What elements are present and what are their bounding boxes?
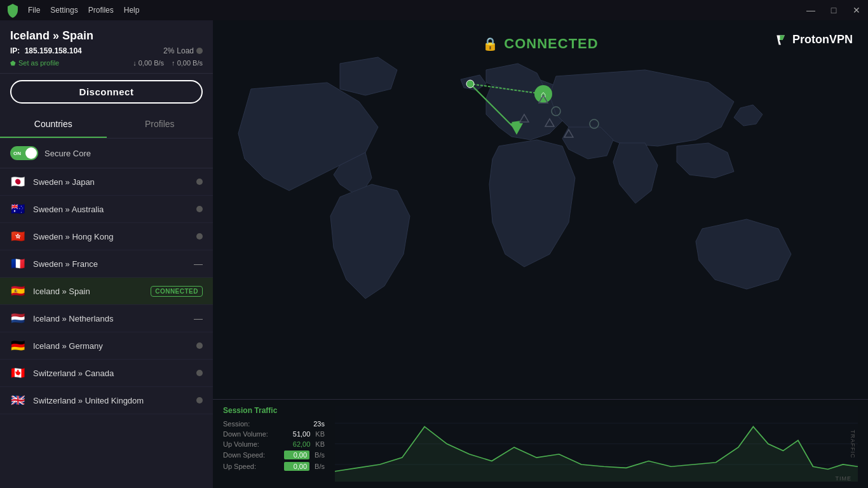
flag-iceland-nl: 🇳🇱 <box>10 313 25 324</box>
chart-label-time: TIME <box>836 475 852 482</box>
stat-row-session: Session: 23s <box>223 420 325 428</box>
map-svg: ⌂ <box>213 20 868 399</box>
flag-iceland-spain: 🇪🇸 <box>10 285 25 297</box>
traffic-chart: TRAFFIC TIME <box>335 406 858 482</box>
server-item[interactable]: 🇭🇰 Sweden » Hong Kong <box>0 223 213 250</box>
load-indicator-dash: — <box>194 259 203 269</box>
server-name: Switzerland » Canada <box>33 369 196 378</box>
flag-iceland-de: 🇩🇪 <box>10 340 25 351</box>
up-volume-value: 62,00 <box>272 440 310 448</box>
titlebar-left: File Settings Profiles Help <box>5 3 139 18</box>
menu-file[interactable]: File <box>28 6 40 15</box>
server-item[interactable]: 🇦🇺 Sweden » Australia <box>0 196 213 223</box>
load-label: Load <box>177 46 194 55</box>
menu-profiles[interactable]: Profiles <box>88 6 114 15</box>
server-name: Sweden » Australia <box>33 205 196 214</box>
chart-svg <box>335 406 858 482</box>
speed-up: 0,00 B/s <box>172 59 203 67</box>
up-speed-unit: B/s <box>315 463 325 470</box>
titlebar: File Settings Profiles Help — □ ✕ <box>0 0 868 20</box>
stat-row-down-volume: Down Volume: 51,00 KB <box>223 430 325 438</box>
up-volume-group: 62,00 KB <box>272 440 325 448</box>
main-layout: Iceland » Spain IP: 185.159.158.104 2% L… <box>0 20 868 488</box>
load-indicator <box>196 397 203 403</box>
svg-point-6 <box>466 80 474 88</box>
up-speed-label: Up Speed: <box>223 463 256 470</box>
server-name: Sweden » Japan <box>33 177 196 187</box>
flag-sweden-australia: 🇦🇺 <box>10 203 25 215</box>
load-dot <box>196 48 203 54</box>
minimize-button[interactable]: — <box>804 5 817 15</box>
server-name: Iceland » Spain <box>33 287 151 296</box>
toggle-on-label: ON <box>13 151 21 156</box>
connection-profile: Set as profile 0,00 B/s 0,00 B/s <box>10 59 203 67</box>
down-volume-unit: KB <box>315 430 325 438</box>
down-speed-unit: B/s <box>315 451 325 459</box>
speed-info: 0,00 B/s 0,00 B/s <box>133 59 203 67</box>
connection-name: Iceland » Spain <box>10 29 203 43</box>
server-item[interactable]: 🇯🇵 Sweden » Japan <box>0 168 213 196</box>
connected-badge: CONNECTED <box>151 286 203 297</box>
up-volume-unit: KB <box>315 440 325 448</box>
stat-row-up-volume: Up Volume: 62,00 KB <box>223 440 325 448</box>
stat-row-up-speed: Up Speed: 0,00 B/s <box>223 462 325 471</box>
traffic-title: Session Traffic <box>223 406 325 415</box>
connection-load: 2% Load <box>163 46 203 55</box>
flag-sweden-france: 🇫🇷 <box>10 258 25 269</box>
down-speed-value: 0,00 <box>284 451 309 459</box>
flag-sweden-japan: 🇯🇵 <box>10 176 25 187</box>
secure-core-toggle[interactable]: ON <box>10 146 38 160</box>
server-item[interactable]: 🇳🇱 Iceland » Netherlands — <box>0 305 213 332</box>
menu-help[interactable]: Help <box>124 6 140 15</box>
traffic-stats: Session Traffic Session: 23s Down Volume… <box>223 406 325 482</box>
ip-label: IP: <box>10 46 20 55</box>
up-volume-label: Up Volume: <box>223 440 259 448</box>
down-volume-label: Down Volume: <box>223 430 268 438</box>
load-indicator-dash: — <box>194 313 203 323</box>
server-name: Sweden » Hong Kong <box>33 232 196 241</box>
secure-core-label: Secure Core <box>44 149 91 158</box>
load-indicator <box>196 370 203 376</box>
set-profile-button[interactable]: Set as profile <box>10 59 59 67</box>
tab-profiles[interactable]: Profiles <box>107 111 214 138</box>
load-indicator <box>196 233 203 240</box>
up-speed-group: 0,00 B/s <box>284 462 325 471</box>
server-name: Sweden » France <box>33 259 194 269</box>
session-label: Session: <box>223 420 250 428</box>
load-indicator <box>196 342 203 349</box>
load-indicator <box>196 206 203 212</box>
tab-countries[interactable]: Countries <box>0 111 107 138</box>
server-item[interactable]: 🇬🇧 Switzerland » United Kingdom <box>0 387 213 414</box>
server-item[interactable]: 🇩🇪 Iceland » Germany <box>0 332 213 360</box>
flag-sweden-hk: 🇭🇰 <box>10 231 25 242</box>
server-name: Switzerland » United Kingdom <box>33 396 196 405</box>
down-volume-group: 51,00 KB <box>272 430 325 438</box>
titlebar-controls: — □ ✕ <box>804 5 863 15</box>
server-name: Iceland » Netherlands <box>33 314 194 323</box>
sidebar: Iceland » Spain IP: 185.159.158.104 2% L… <box>0 20 213 488</box>
app-logo <box>5 3 20 18</box>
ip-value: 185.159.158.104 <box>25 46 82 55</box>
titlebar-menu: File Settings Profiles Help <box>28 6 139 15</box>
server-list: 🇯🇵 Sweden » Japan 🇦🇺 Sweden » Australia … <box>0 168 213 488</box>
chart-label-traffic: TRAFFIC <box>850 430 856 458</box>
traffic-panel: Session Traffic Session: 23s Down Volume… <box>213 399 868 488</box>
server-name: Iceland » Germany <box>33 341 196 351</box>
connection-header: Iceland » Spain IP: 185.159.158.104 2% L… <box>0 20 213 74</box>
toggle-knob <box>25 147 37 159</box>
server-item-connected[interactable]: 🇪🇸 Iceland » Spain CONNECTED <box>0 278 213 305</box>
session-value: 23s <box>287 420 325 428</box>
maximize-button[interactable]: □ <box>827 5 840 15</box>
load-indicator <box>196 179 203 185</box>
down-volume-value: 51,00 <box>272 430 310 438</box>
server-item[interactable]: 🇫🇷 Sweden » France — <box>0 250 213 278</box>
down-speed-group: 0,00 B/s <box>284 451 325 459</box>
speed-down: 0,00 B/s <box>133 59 164 67</box>
close-button[interactable]: ✕ <box>850 5 863 15</box>
server-item[interactable]: 🇨🇦 Switzerland » Canada <box>0 360 213 387</box>
flag-ch-canada: 🇨🇦 <box>10 367 25 379</box>
menu-settings[interactable]: Settings <box>50 6 78 15</box>
world-map: ⌂ <box>213 20 868 399</box>
tabs: Countries Profiles <box>0 111 213 139</box>
disconnect-button[interactable]: Disconnect <box>10 80 203 104</box>
